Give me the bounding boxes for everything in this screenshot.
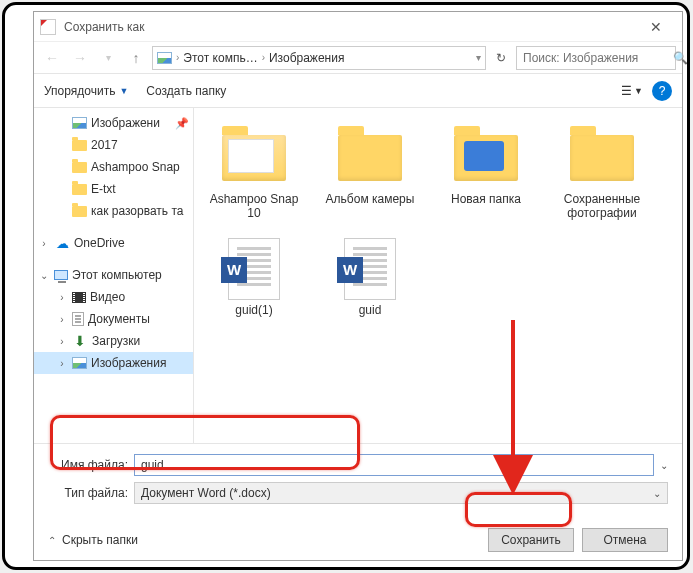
filename-input[interactable] xyxy=(134,454,654,476)
sidebar-item-video[interactable]: › Видео xyxy=(34,286,193,308)
filetype-value: Документ Word (*.docx) xyxy=(141,486,271,500)
file-label: Ashampoo Snap 10 xyxy=(202,192,306,221)
folder-icon xyxy=(222,135,286,181)
folder-icon xyxy=(570,135,634,181)
sidebar-item-pictures-quick[interactable]: Изображени 📌 xyxy=(34,112,193,134)
dialog-body: Изображени 📌 2017 Ashampoo Snap E-txt ка… xyxy=(34,108,682,443)
organize-label: Упорядочить xyxy=(44,84,115,98)
up-button[interactable]: ↑ xyxy=(124,46,148,70)
back-button[interactable]: ← xyxy=(40,46,64,70)
close-button[interactable]: ✕ xyxy=(636,15,676,39)
download-icon: ⬇ xyxy=(72,333,88,349)
sidebar-item-onedrive[interactable]: › ☁ OneDrive xyxy=(34,232,193,254)
app-icon xyxy=(40,19,56,35)
sidebar-item-2017[interactable]: 2017 xyxy=(34,134,193,156)
filetype-select[interactable]: Документ Word (*.docx) ⌄ xyxy=(134,482,668,504)
filetype-row: Тип файла: Документ Word (*.docx) ⌄ xyxy=(48,482,668,504)
folder-icon xyxy=(72,206,87,217)
picture-icon xyxy=(72,357,87,369)
window-title: Сохранить как xyxy=(64,20,144,34)
sidebar-label: Видео xyxy=(90,290,125,304)
view-mode-button[interactable]: ☰ ▼ xyxy=(618,79,646,103)
sidebar-item-downloads[interactable]: › ⬇ Загрузки xyxy=(34,330,193,352)
sidebar-label: Этот компьютер xyxy=(72,268,162,282)
file-guid1[interactable]: guid(1) xyxy=(198,233,310,325)
address-dropdown[interactable]: ▾ xyxy=(476,52,481,63)
folder-camera-album[interactable]: Альбом камеры xyxy=(314,122,426,229)
sidebar-item-ashampoo[interactable]: Ashampoo Snap xyxy=(34,156,193,178)
sidebar-label: Ashampoo Snap xyxy=(91,160,180,174)
fields-area: Имя файла: ⌄ Тип файла: Документ Word (*… xyxy=(34,443,682,520)
expand-icon[interactable]: › xyxy=(56,292,68,303)
sidebar-item-kak[interactable]: как разорвать та xyxy=(34,200,193,222)
save-label: Сохранить xyxy=(501,533,561,547)
pin-icon: 📌 xyxy=(175,117,189,130)
file-label: guid(1) xyxy=(235,303,272,317)
folder-saved-photos[interactable]: Сохраненные фотографии xyxy=(546,122,658,229)
sidebar-label: E-txt xyxy=(91,182,116,196)
toolbar: Упорядочить ▼ Создать папку ☰ ▼ ? xyxy=(34,74,682,108)
footer: ⌃ Скрыть папки Сохранить Отмена xyxy=(34,520,682,560)
file-label: Новая папка xyxy=(451,192,521,206)
file-pane: Ashampoo Snap 10 Альбом камеры Новая пап… xyxy=(194,108,682,443)
sidebar-label: Документы xyxy=(88,312,150,326)
expand-icon[interactable]: › xyxy=(56,358,68,369)
chevron-up-icon: ⌃ xyxy=(48,535,56,546)
file-guid[interactable]: guid xyxy=(314,233,426,325)
chevron-down-icon: ▼ xyxy=(634,86,643,96)
save-as-dialog: Сохранить как ✕ ← → ▾ ↑ › Этот компь… › … xyxy=(33,11,683,561)
computer-icon xyxy=(54,270,68,280)
save-button[interactable]: Сохранить xyxy=(488,528,574,552)
breadcrumb-sep: › xyxy=(176,52,179,63)
onedrive-icon: ☁ xyxy=(54,235,70,251)
sidebar-item-documents[interactable]: › Документы xyxy=(34,308,193,330)
location-icon xyxy=(157,52,172,64)
breadcrumb-pictures[interactable]: Изображения xyxy=(269,51,344,65)
hide-folders-toggle[interactable]: ⌃ Скрыть папки xyxy=(48,533,138,547)
new-folder-button[interactable]: Создать папку xyxy=(146,84,226,98)
expand-icon[interactable]: › xyxy=(56,314,68,325)
folder-new[interactable]: Новая папка xyxy=(430,122,542,229)
collapse-icon[interactable]: ⌄ xyxy=(38,270,50,281)
folder-icon xyxy=(72,162,87,173)
filename-dropdown[interactable]: ⌄ xyxy=(660,460,668,471)
organize-menu[interactable]: Упорядочить ▼ xyxy=(44,84,128,98)
file-label: Сохраненные фотографии xyxy=(550,192,654,221)
sidebar-label: Изображения xyxy=(91,356,166,370)
sidebar: Изображени 📌 2017 Ashampoo Snap E-txt ка… xyxy=(34,108,194,443)
file-label: Альбом камеры xyxy=(326,192,415,206)
picture-icon xyxy=(72,117,87,129)
filename-row: Имя файла: ⌄ xyxy=(48,454,668,476)
folder-ashampoo[interactable]: Ashampoo Snap 10 xyxy=(198,122,310,229)
nav-bar: ← → ▾ ↑ › Этот компь… › Изображения ▾ ↻ … xyxy=(34,42,682,74)
file-label: guid xyxy=(359,303,382,317)
chevron-down-icon: ▼ xyxy=(119,86,128,96)
search-icon: 🔍 xyxy=(673,51,688,65)
sidebar-item-etxt[interactable]: E-txt xyxy=(34,178,193,200)
expand-icon[interactable]: › xyxy=(38,238,50,249)
breadcrumb-sep: › xyxy=(262,52,265,63)
folder-icon xyxy=(338,135,402,181)
refresh-button[interactable]: ↻ xyxy=(490,47,512,69)
sidebar-item-pictures[interactable]: › Изображения xyxy=(34,352,193,374)
screenshot-frame: Сохранить как ✕ ← → ▾ ↑ › Этот компь… › … xyxy=(2,2,690,570)
word-file-icon xyxy=(344,238,396,300)
view-icon: ☰ xyxy=(621,84,632,98)
file-grid: Ashampoo Snap 10 Альбом камеры Новая пап… xyxy=(198,122,678,325)
sidebar-item-thispc[interactable]: ⌄ Этот компьютер xyxy=(34,264,193,286)
chevron-down-icon: ⌄ xyxy=(653,488,661,499)
filename-label: Имя файла: xyxy=(48,458,128,472)
address-bar[interactable]: › Этот компь… › Изображения ▾ xyxy=(152,46,486,70)
sidebar-label: как разорвать та xyxy=(91,204,183,218)
filetype-label: Тип файла: xyxy=(48,486,128,500)
search-box[interactable]: 🔍 xyxy=(516,46,676,70)
help-button[interactable]: ? xyxy=(652,81,672,101)
sidebar-label: OneDrive xyxy=(74,236,125,250)
recent-dropdown[interactable]: ▾ xyxy=(96,46,120,70)
cancel-button[interactable]: Отмена xyxy=(582,528,668,552)
forward-button[interactable]: → xyxy=(68,46,92,70)
search-input[interactable] xyxy=(523,51,673,65)
sidebar-label: Изображени xyxy=(91,116,160,130)
expand-icon[interactable]: › xyxy=(56,336,68,347)
breadcrumb-thispc[interactable]: Этот компь… xyxy=(183,51,257,65)
